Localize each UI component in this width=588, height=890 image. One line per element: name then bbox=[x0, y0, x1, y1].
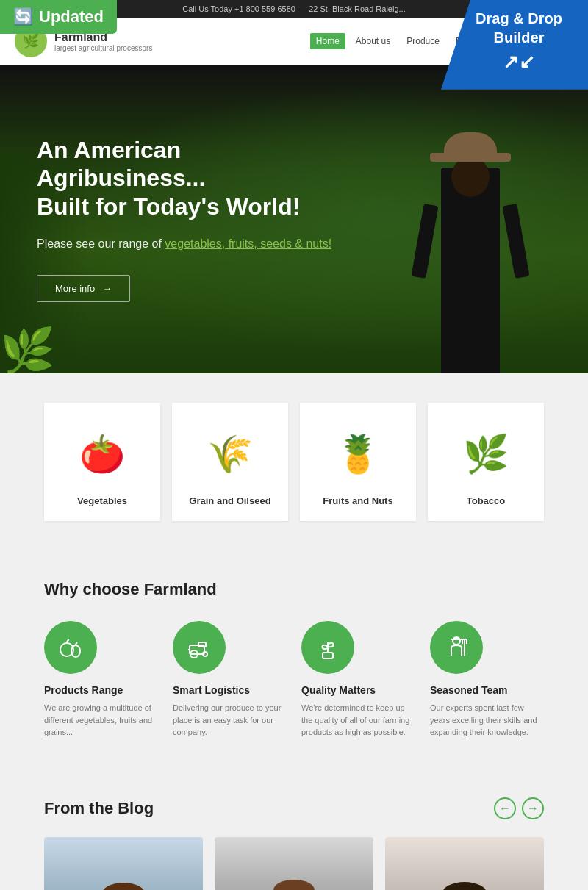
team-title: Seasoned Team bbox=[430, 684, 508, 696]
why-title: Why choose Farmland bbox=[44, 580, 544, 599]
blog-post-3[interactable] bbox=[385, 837, 544, 891]
smart-logistics-icon bbox=[173, 621, 226, 674]
updated-badge: 🔄 Updated bbox=[0, 0, 117, 34]
tobacco-label: Tobacco bbox=[467, 495, 506, 506]
feature-products-range: Products Range We are growing a multitud… bbox=[44, 621, 158, 739]
feature-quality: Quality Matters We're determined to keep… bbox=[301, 621, 415, 739]
vegetables-icon: 🍅 bbox=[65, 425, 139, 484]
sync-icon: 🔄 bbox=[13, 7, 33, 26]
feature-smart-logistics: Smart Logistics Delivering our produce t… bbox=[173, 621, 287, 739]
blog-title: From the Blog bbox=[44, 799, 154, 818]
grain-icon: 🌾 bbox=[193, 425, 267, 484]
svg-point-18 bbox=[101, 883, 146, 891]
arrow-icon: → bbox=[102, 283, 112, 294]
blog-navigation: ← → bbox=[494, 797, 544, 819]
farmer-figure bbox=[412, 116, 529, 373]
blog-prev-button[interactable]: ← bbox=[494, 797, 516, 819]
svg-point-31 bbox=[273, 880, 315, 891]
hero-section: 🌿 An American Agribusiness...Built for T… bbox=[0, 65, 588, 373]
quality-icon bbox=[301, 621, 354, 674]
product-card-tobacco[interactable]: 🌿 Tobacco bbox=[428, 403, 544, 521]
more-info-label: More info bbox=[55, 283, 95, 294]
phone-info: Call Us Today +1 800 559 6580 bbox=[182, 4, 295, 13]
grain-label: Grain and Oilseed bbox=[189, 495, 270, 506]
features-grid: Products Range We are growing a multitud… bbox=[44, 621, 544, 739]
svg-point-39 bbox=[442, 882, 487, 891]
dnd-line1: Drag & Drop bbox=[476, 10, 562, 26]
hero-title: An American Agribusiness...Built for Tod… bbox=[37, 136, 345, 220]
hero-desc: Please see our range of vegetables, frui… bbox=[37, 235, 345, 253]
product-card-fruits[interactable]: 🍍 Fruits and Nuts bbox=[300, 403, 416, 521]
team-icon bbox=[430, 621, 483, 674]
brand-sub: largest agricultural processors bbox=[54, 44, 152, 52]
blog-person-1 bbox=[44, 837, 203, 891]
blog-posts bbox=[44, 837, 544, 891]
product-card-grain[interactable]: 🌾 Grain and Oilseed bbox=[172, 403, 288, 521]
products-range-title: Products Range bbox=[44, 684, 123, 696]
page-wrapper: 🔄 Updated Drag & Drop Builder ↗↙ Call Us… bbox=[0, 0, 588, 890]
blog-header: From the Blog ← → bbox=[44, 797, 544, 819]
fruits-label: Fruits and Nuts bbox=[323, 495, 392, 506]
nav-home[interactable]: Home bbox=[310, 33, 345, 49]
vegetables-label: Vegetables bbox=[77, 495, 127, 506]
nav-produce[interactable]: Produce bbox=[401, 33, 445, 49]
blog-section: From the Blog ← → bbox=[0, 768, 588, 891]
tobacco-icon: 🌿 bbox=[449, 425, 523, 484]
blog-post-2[interactable] bbox=[215, 837, 373, 891]
fruits-icon: 🍍 bbox=[321, 425, 395, 484]
products-range-icon bbox=[44, 621, 97, 674]
products-grid: 🍅 Vegetables 🌾 Grain and Oilseed 🍍 Fruit… bbox=[44, 403, 544, 521]
blog-next-button[interactable]: → bbox=[522, 797, 544, 819]
products-range-desc: We are growing a multitude of different … bbox=[44, 702, 158, 739]
dnd-line2: Builder bbox=[494, 29, 545, 46]
address-info: 22 St. Black Road Raleig... bbox=[309, 4, 405, 13]
feature-team: Seasoned Team Our experts spent last few… bbox=[430, 621, 544, 739]
team-desc: Our experts spent last few years excelli… bbox=[430, 702, 544, 739]
blog-person-2 bbox=[215, 837, 373, 891]
svg-point-5 bbox=[203, 652, 207, 656]
hero-content: An American Agribusiness...Built for Tod… bbox=[0, 136, 382, 302]
products-section: 🍅 Vegetables 🌾 Grain and Oilseed 🍍 Fruit… bbox=[0, 373, 588, 550]
smart-logistics-title: Smart Logistics bbox=[173, 684, 250, 696]
hero-link-produce[interactable]: vegetables, fruits, seeds & nuts! bbox=[165, 237, 331, 250]
svg-rect-7 bbox=[323, 653, 333, 658]
blog-person-3 bbox=[385, 837, 544, 891]
quality-desc: We're determined to keep up the quality … bbox=[301, 702, 415, 739]
updated-label: Updated bbox=[39, 7, 104, 26]
why-section: Why choose Farmland Products Range We ar… bbox=[0, 550, 588, 768]
product-card-vegetables[interactable]: 🍅 Vegetables bbox=[44, 403, 160, 521]
quality-title: Quality Matters bbox=[301, 684, 376, 696]
smart-logistics-desc: Delivering our produce to your place is … bbox=[173, 702, 287, 739]
blog-post-1[interactable] bbox=[44, 837, 203, 891]
more-info-button[interactable]: More info → bbox=[37, 275, 130, 302]
nav-about[interactable]: About us bbox=[350, 33, 396, 49]
arrows-icon: ↗↙ bbox=[463, 50, 575, 75]
